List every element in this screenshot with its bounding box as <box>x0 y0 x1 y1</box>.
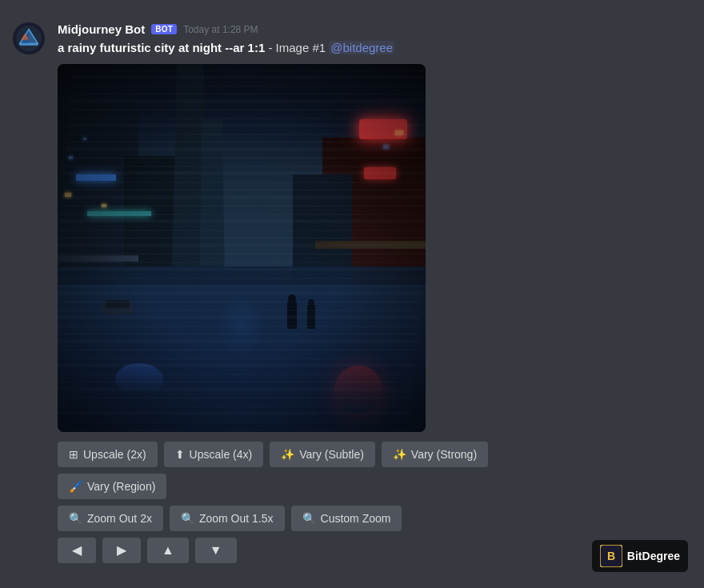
zoom-out-1-5x-label: Zoom Out 1.5x <box>199 512 274 525</box>
bot-badge: BOT <box>151 24 177 34</box>
message-header: Midjourney Bot BOT Today at 1:28 PM <box>58 22 691 36</box>
zoom-out-2x-label: Zoom Out 2x <box>87 512 152 525</box>
arrow-left-button[interactable]: ◀ <box>58 538 96 563</box>
svg-text:B: B <box>607 550 615 562</box>
arrow-up-icon: ▲ <box>162 544 174 557</box>
custom-zoom-label: Custom Zoom <box>321 512 391 525</box>
zoom-out-2x-button[interactable]: 🔍 Zoom Out 2x <box>58 506 163 531</box>
bitdegree-brand-name: BitDegree <box>627 550 680 562</box>
bot-name: Midjourney Bot <box>58 22 145 36</box>
bitdegree-logo-icon: B <box>600 545 622 567</box>
zoom-out-2x-icon: 🔍 <box>69 513 82 524</box>
prompt-suffix: - Image #1 <box>265 41 329 54</box>
vary-subtle-button[interactable]: ✨ Vary (Subtle) <box>270 442 375 467</box>
custom-zoom-icon: 🔍 <box>302 513 316 524</box>
message-content: Midjourney Bot BOT Today at 1:28 PM a ra… <box>58 22 691 563</box>
arrow-left-icon: ◀ <box>72 544 82 557</box>
prompt-text: a rainy futuristic city at night --ar 1:… <box>58 41 265 54</box>
arrow-right-button[interactable]: ▶ <box>102 538 141 563</box>
upscale-4x-label: Upscale (4x) <box>190 448 253 461</box>
timestamp: Today at 1:28 PM <box>183 24 258 35</box>
upscale-4x-icon: ⬆ <box>175 449 185 460</box>
zoom-out-1-5x-icon: 🔍 <box>181 513 194 524</box>
bot-avatar <box>13 22 45 54</box>
arrow-down-button[interactable]: ▼ <box>195 538 237 563</box>
vary-strong-icon: ✨ <box>393 449 406 460</box>
upscale-2x-button[interactable]: ⊞ Upscale (2x) <box>58 442 158 467</box>
custom-zoom-button[interactable]: 🔍 Custom Zoom <box>291 506 402 531</box>
vary-subtle-icon: ✨ <box>281 449 294 460</box>
button-row-2: 🖌️ Vary (Region) <box>58 474 691 499</box>
upscale-4x-button[interactable]: ⬆ Upscale (4x) <box>164 442 264 467</box>
generated-image <box>58 64 426 432</box>
upscale-2x-label: Upscale (2x) <box>83 448 146 461</box>
arrow-down-icon: ▼ <box>210 544 222 557</box>
upscale-2x-icon: ⊞ <box>69 449 78 460</box>
vary-subtle-label: Vary (Subtle) <box>299 448 364 461</box>
zoom-out-1-5x-button[interactable]: 🔍 Zoom Out 1.5x <box>170 506 285 531</box>
vary-strong-label: Vary (Strong) <box>411 448 477 461</box>
vary-region-icon: 🖌️ <box>69 481 82 492</box>
arrow-right-icon: ▶ <box>117 544 126 557</box>
city-scene <box>58 64 426 432</box>
vary-region-label: Vary (Region) <box>87 480 155 493</box>
vary-region-button[interactable]: 🖌️ Vary (Region) <box>58 474 166 499</box>
bitdegree-watermark: B BitDegree <box>592 540 688 572</box>
vary-strong-button[interactable]: ✨ Vary (Strong) <box>382 442 488 467</box>
arrow-up-button[interactable]: ▲ <box>147 538 189 563</box>
message-container: Midjourney Bot BOT Today at 1:28 PM a ra… <box>13 16 691 570</box>
button-row-3: 🔍 Zoom Out 2x 🔍 Zoom Out 1.5x 🔍 Custom Z… <box>58 506 691 531</box>
button-row-1: ⊞ Upscale (2x) ⬆ Upscale (4x) ✨ Vary (Su… <box>58 442 691 467</box>
message-text: a rainy futuristic city at night --ar 1:… <box>58 39 691 56</box>
mention-tag: @bitdegree <box>329 41 394 54</box>
rain-overlay <box>58 64 426 432</box>
